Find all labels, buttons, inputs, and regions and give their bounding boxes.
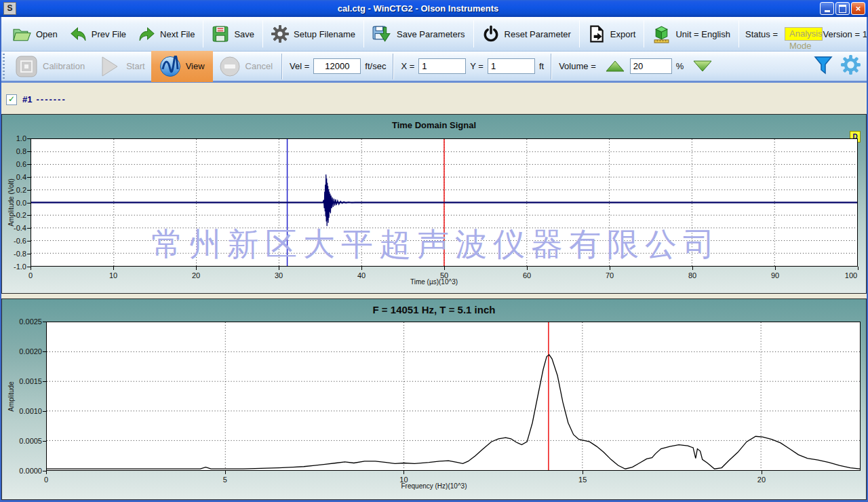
separator (281, 54, 283, 79)
export-button[interactable]: Export (582, 20, 642, 48)
status-label: Status = (745, 29, 778, 39)
open-folder-icon (13, 26, 31, 42)
cancel-button-label: Cancel (245, 61, 273, 71)
open-button[interactable]: Open (7, 20, 64, 48)
save-button[interactable]: Save (205, 20, 260, 48)
frequency-spectrum-svg (47, 322, 860, 470)
start-button-label: Start (126, 61, 144, 71)
save-parameters-button-label: Save Parameters (397, 29, 465, 39)
save-parameters-button[interactable]: Save Parameters (366, 20, 471, 48)
prev-file-button[interactable]: Prev File (64, 20, 132, 48)
volume-unit: % (676, 61, 684, 71)
restore-icon (839, 5, 846, 13)
separator (473, 20, 474, 47)
next-file-button[interactable]: Next File (132, 20, 201, 48)
open-button-label: Open (36, 29, 58, 39)
action-toolbar: Calibration Start View Cancel Vel = ft/s… (0, 52, 868, 83)
start-play-icon (97, 54, 121, 79)
view-wave-icon (159, 56, 181, 77)
window-controls: × (820, 2, 865, 15)
prev-file-icon (70, 26, 87, 42)
frequency-plot-area[interactable] (46, 322, 861, 471)
x-input[interactable] (418, 58, 466, 74)
separator (579, 20, 580, 47)
separator (738, 20, 739, 47)
filter-button[interactable] (813, 55, 833, 78)
setup-filename-button-label: Setup Filename (294, 29, 355, 39)
view-button-label: View (186, 61, 205, 71)
filter-funnel-icon (813, 55, 833, 75)
settings-gear-icon (840, 54, 861, 75)
file-toolbar: Open Prev File Next File Save (0, 17, 868, 52)
time-domain-chart-title: Time Domain Signal (2, 120, 866, 130)
calibration-button-label: Calibration (43, 61, 85, 71)
separator (262, 20, 263, 47)
channel-checkbox[interactable]: ✓ (6, 94, 17, 105)
separator (363, 20, 364, 47)
setup-filename-button[interactable]: Setup Filename (265, 20, 361, 48)
velocity-input[interactable] (313, 58, 361, 74)
velocity-label: Vel = (290, 61, 309, 71)
separator (551, 54, 552, 79)
y-input[interactable] (488, 58, 535, 74)
prev-file-button-label: Prev File (92, 29, 126, 39)
time-domain-plot-area[interactable] (31, 138, 858, 267)
volume-label: Volume = (559, 61, 596, 71)
checkmark-icon: ✓ (8, 94, 15, 104)
reset-parameter-button[interactable]: Reset Parameter (476, 20, 577, 48)
time-domain-chart: Time Domain Signal D Amplitude (Volt) Ti… (1, 114, 867, 294)
save-button-label: Save (234, 29, 254, 39)
frequency-chart-title: F = 14051 Hz, T = 5.1 inch (2, 304, 866, 315)
cancel-icon (219, 56, 241, 77)
export-button-label: Export (610, 29, 636, 39)
channel-line-sample: ------- (36, 94, 66, 104)
time-domain-signal-svg (31, 139, 857, 266)
titlebar: S cal.ctg - WinCTG2 - Olson Instruments … (0, 0, 868, 17)
separator (203, 20, 203, 47)
power-icon (482, 25, 500, 43)
volume-down-icon (693, 60, 712, 72)
frequency-chart: F = 14051 Hz, T = 5.1 inch Amplitude Fre… (1, 298, 867, 500)
window-border-left (0, 17, 1, 502)
separator (644, 20, 644, 47)
version-label: Version = 1.0 (823, 29, 868, 39)
save-floppy-icon (212, 25, 229, 43)
minimize-button[interactable] (820, 2, 834, 15)
volume-input[interactable] (630, 58, 672, 74)
velocity-unit: ft/sec (365, 61, 386, 71)
settings-button[interactable] (840, 54, 861, 78)
minimize-icon (825, 10, 830, 12)
channel-label: #1 (22, 94, 32, 104)
unit-button-label: Unit = English (675, 29, 730, 39)
volume-down-button[interactable] (693, 60, 712, 72)
y-label: Y = (470, 61, 484, 71)
next-file-button-label: Next File (160, 29, 195, 39)
save-parameters-icon (372, 25, 392, 43)
x-label: X = (401, 61, 414, 71)
separator (393, 54, 394, 79)
start-button[interactable]: Start (91, 52, 151, 81)
close-button[interactable]: × (851, 2, 865, 15)
calibration-button[interactable]: Calibration (9, 52, 91, 81)
xy-unit: ft (539, 61, 544, 71)
window-title: cal.ctg - WinCTG2 - Olson Instruments (16, 3, 820, 14)
next-file-icon (138, 26, 155, 42)
unit-button[interactable]: Unit = English (646, 20, 736, 48)
volume-up-button[interactable] (606, 60, 625, 72)
setup-gear-icon (271, 25, 289, 43)
status-value-box: Analysis Mode (785, 27, 823, 41)
cancel-button[interactable]: Cancel (213, 52, 279, 81)
view-button[interactable]: View (151, 51, 213, 82)
reset-parameter-button-label: Reset Parameter (505, 29, 571, 39)
channel-row: ✓ #1 ------- (0, 85, 868, 114)
export-icon (588, 25, 606, 43)
unit-cube-icon (652, 25, 671, 43)
frequency-x-axis-label: Frequency (Hz)(10^3) (2, 482, 866, 490)
close-icon: × (856, 4, 861, 13)
app-icon: S (3, 2, 16, 15)
toolbar-drag-handle[interactable] (3, 54, 5, 79)
restore-button[interactable] (835, 2, 850, 15)
calibration-icon (15, 55, 38, 78)
volume-up-icon (606, 60, 625, 72)
